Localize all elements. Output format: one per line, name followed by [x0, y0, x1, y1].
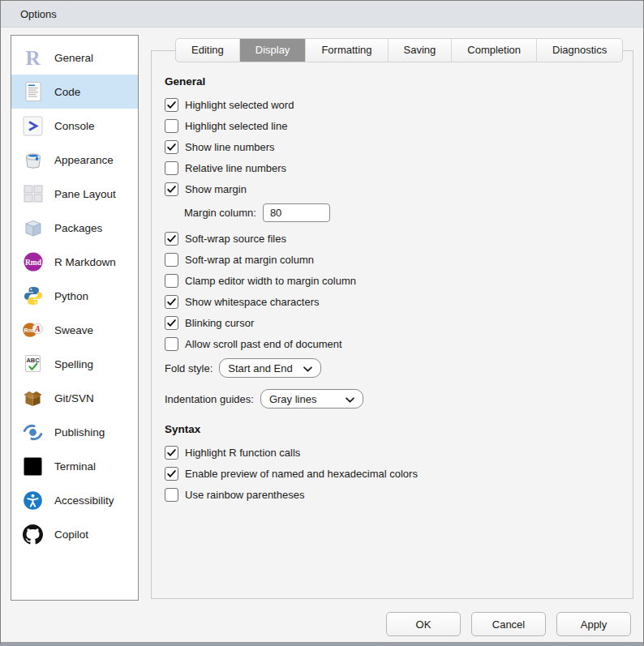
sidebar-item-spelling[interactable]: ABCSpelling	[11, 347, 138, 381]
python-icon	[22, 285, 44, 307]
option-row-allow-scroll-past-end-of-document[interactable]: Allow scroll past end of document	[165, 337, 619, 351]
svg-text:A: A	[34, 325, 40, 333]
tab-saving[interactable]: Saving	[388, 39, 452, 62]
section-heading-general: General	[165, 75, 619, 88]
paint-bucket-icon	[22, 149, 44, 171]
apply-button[interactable]: Apply	[556, 612, 631, 636]
checkbox-highlight-selected-line[interactable]	[165, 119, 178, 133]
option-row-show-line-numbers[interactable]: Show line numbers	[165, 140, 619, 154]
option-row-show-whitespace-characters[interactable]: Show whitespace characters	[165, 295, 619, 309]
checkbox-blinking-cursor[interactable]	[165, 316, 178, 330]
sidebar-item-sweave[interactable]: RnwASweave	[11, 313, 138, 347]
checkbox-enable-preview-of-named-and-hexadecimal-colors[interactable]	[165, 467, 178, 481]
checkbox-clamp-editor-width-to-margin-column[interactable]	[165, 274, 178, 288]
tab-strip: EditingDisplayFormattingSavingCompletion…	[175, 38, 623, 62]
accessibility-icon	[22, 490, 44, 511]
checkbox-highlight-selected-word[interactable]	[165, 98, 178, 112]
sidebar-item-python[interactable]: Python	[11, 279, 138, 313]
console-prompt-icon	[22, 115, 44, 137]
github-icon	[22, 524, 44, 545]
settings-content: GeneralHighlight selected wordHighlight …	[165, 75, 619, 509]
sidebar-item-terminal[interactable]: Terminal	[11, 449, 138, 483]
field-label: Indentation guides:	[165, 393, 254, 405]
sidebar-item-accessibility[interactable]: Accessibility	[11, 483, 138, 517]
sidebar-item-copilot[interactable]: Copilot	[11, 517, 138, 551]
spellcheck-icon: ABC	[22, 353, 44, 375]
checkbox-show-whitespace-characters[interactable]	[165, 295, 178, 309]
checkbox-label: Allow scroll past end of document	[185, 338, 342, 350]
tab-display[interactable]: Display	[239, 39, 306, 62]
option-row-blinking-cursor[interactable]: Blinking cursor	[165, 316, 619, 330]
tab-editing[interactable]: Editing	[176, 39, 239, 62]
indentation-guides-select[interactable]: Gray lines	[260, 389, 363, 409]
chevron-down-icon	[346, 393, 354, 405]
checkbox-label: Show margin	[185, 183, 247, 195]
r-logo-icon: R	[22, 47, 44, 69]
option-row-highlight-selected-word[interactable]: Highlight selected word	[165, 98, 619, 112]
option-row-use-rainbow-parentheses[interactable]: Use rainbow parentheses	[165, 488, 619, 502]
sidebar-item-general[interactable]: RGeneral	[11, 41, 138, 75]
field-label: Fold style:	[165, 362, 213, 374]
sidebar-item-label: Console	[54, 120, 95, 132]
checkbox-label: Highlight selected line	[185, 120, 287, 132]
option-row-relative-line-numbers[interactable]: Relative line numbers	[165, 161, 619, 175]
category-sidebar: RGeneralCodeConsoleAppearancePane Layout…	[11, 35, 139, 601]
rmarkdown-icon: Rmd	[22, 251, 44, 273]
field-row-fold-style: Fold style:Start and End	[165, 358, 619, 378]
sidebar-item-console[interactable]: Console	[11, 109, 138, 143]
option-row-show-margin[interactable]: Show margin	[165, 182, 619, 196]
checkbox-label: Blinking cursor	[185, 317, 254, 329]
sidebar-item-r-markdown[interactable]: RmdR Markdown	[11, 245, 138, 279]
checkbox-show-line-numbers[interactable]	[165, 140, 178, 154]
sidebar-item-pane-layout[interactable]: Pane Layout	[11, 177, 138, 211]
option-row-enable-preview-of-named-and-hexadecimal-colors[interactable]: Enable preview of named and hexadecimal …	[165, 467, 619, 481]
field-label: Margin column:	[184, 207, 256, 219]
checkbox-soft-wrap-source-files[interactable]	[165, 232, 178, 246]
field-row-margin-column: Margin column:	[184, 203, 619, 222]
sidebar-item-packages[interactable]: Packages	[11, 211, 138, 245]
cancel-button[interactable]: Cancel	[471, 612, 546, 636]
checkbox-label: Enable preview of named and hexadecimal …	[185, 468, 418, 480]
sidebar-item-label: Terminal	[54, 460, 96, 473]
checkbox-soft-wrap-at-margin-column[interactable]	[165, 253, 178, 267]
fold-style-select[interactable]: Start and End	[219, 358, 321, 378]
checkbox-label: Soft-wrap source files	[185, 233, 286, 245]
terminal-icon	[22, 456, 44, 477]
sidebar-item-label: Code	[54, 86, 80, 98]
sidebar-item-label: Python	[54, 290, 88, 302]
section-general: GeneralHighlight selected wordHighlight …	[165, 75, 619, 409]
sidebar-item-code[interactable]: Code	[11, 75, 138, 109]
sweave-icon: RnwA	[22, 319, 44, 341]
tab-formatting[interactable]: Formatting	[305, 39, 387, 62]
checkbox-show-margin[interactable]	[165, 182, 178, 196]
option-row-soft-wrap-at-margin-column[interactable]: Soft-wrap at margin column	[165, 253, 619, 267]
option-row-clamp-editor-width-to-margin-column[interactable]: Clamp editor width to margin column	[165, 274, 619, 288]
tab-completion[interactable]: Completion	[451, 39, 536, 62]
sidebar-item-label: Publishing	[54, 426, 105, 439]
margin-column-input[interactable]	[263, 203, 330, 222]
sidebar-item-label: R Markdown	[54, 256, 116, 268]
window-title-bar[interactable]: Options	[1, 1, 643, 28]
svg-text:Rmd: Rmd	[24, 259, 41, 267]
ok-button[interactable]: OK	[386, 612, 461, 636]
tab-diagnostics[interactable]: Diagnostics	[536, 39, 622, 62]
sidebar-item-appearance[interactable]: Appearance	[11, 143, 138, 177]
publishing-icon	[22, 421, 44, 443]
field-row-indentation-guides: Indentation guides:Gray lines	[165, 389, 619, 409]
checkbox-relative-line-numbers[interactable]	[165, 161, 178, 175]
sidebar-item-label: Spelling	[54, 358, 93, 370]
pane-grid-icon	[22, 183, 44, 205]
sidebar-item-label: Appearance	[54, 154, 114, 166]
options-dialog: Options RGeneralCodeConsoleAppearancePan…	[0, 0, 644, 646]
checkbox-allow-scroll-past-end-of-document[interactable]	[165, 337, 178, 351]
chevron-down-icon	[303, 362, 312, 374]
option-row-highlight-r-function-calls[interactable]: Highlight R function calls	[165, 446, 619, 460]
sidebar-item-publishing[interactable]: Publishing	[11, 415, 138, 449]
option-row-soft-wrap-source-files[interactable]: Soft-wrap source files	[165, 232, 619, 246]
sidebar-item-git-svn[interactable]: Git/SVN	[11, 381, 138, 415]
checkbox-highlight-r-function-calls[interactable]	[165, 446, 178, 460]
sidebar-item-label: General	[54, 52, 93, 64]
section-syntax: SyntaxHighlight R function callsEnable p…	[165, 423, 619, 502]
option-row-highlight-selected-line[interactable]: Highlight selected line	[165, 119, 619, 133]
checkbox-use-rainbow-parentheses[interactable]	[165, 488, 178, 502]
